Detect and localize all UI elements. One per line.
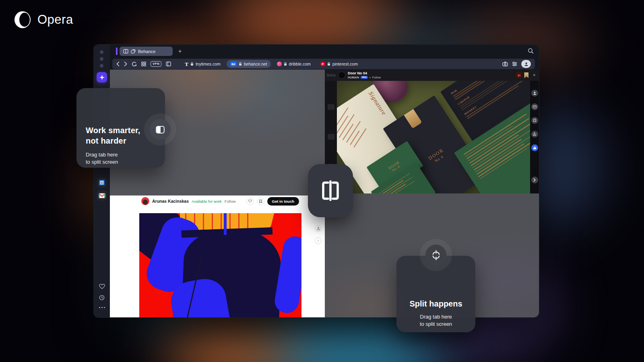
share-project-button[interactable]: [531, 131, 538, 138]
tab-behance[interactable]: Behance: [120, 47, 173, 56]
camera-icon: [502, 62, 508, 66]
workspace-dot-icon[interactable]: [100, 57, 103, 61]
project-hero-image[interactable]: Signature RUM LIQUEUR WHISKEY DOOR No 4: [337, 81, 530, 193]
share-up-icon: [533, 132, 536, 136]
reload-button[interactable]: [132, 62, 137, 67]
history-button[interactable]: [94, 295, 110, 300]
separator-dot: •: [369, 76, 371, 79]
sparkle-icon: [99, 75, 105, 80]
opera-o-icon: [13, 10, 32, 29]
tab-strip: Behance +: [110, 45, 539, 58]
easy-setup-button[interactable]: [512, 62, 517, 66]
split-screen-tab-icon: [123, 49, 128, 53]
split-quad-badge[interactable]: [425, 245, 446, 265]
search-button[interactable]: [528, 48, 534, 56]
nyt-favicon: T: [185, 62, 188, 67]
site-label: dribble.com: [289, 62, 311, 66]
profile-avatar[interactable]: [141, 197, 149, 205]
behance-favicon: Bē: [230, 62, 237, 66]
lock-icon: [284, 62, 287, 66]
message-button[interactable]: [531, 103, 538, 110]
tooltip-split-happens: Split happens Drag tab here to split scr…: [396, 256, 475, 332]
project-follow-link[interactable]: Follow: [372, 76, 381, 79]
person-icon: [524, 62, 528, 66]
more-dots-icon: [99, 307, 105, 308]
tooltip-body-line: to split screen: [396, 321, 475, 328]
gmail-button[interactable]: [97, 190, 107, 201]
grid-icon: [141, 62, 146, 66]
clock-icon: [99, 295, 105, 300]
marketing-canvas: Opera 31: [0, 0, 644, 362]
reload-icon: [132, 62, 137, 67]
google-calendar-button[interactable]: 31: [97, 177, 107, 188]
behance-profile-page: Arunas Kacinskas Available for work Foll…: [110, 195, 325, 317]
illustrator-tool-badge[interactable]: Ai: [516, 72, 522, 78]
tooltip-body-line: Drag tab here: [396, 313, 475, 321]
profile-button[interactable]: [521, 60, 531, 68]
popup-window-icon: [131, 49, 136, 53]
next-project-button[interactable]: [531, 177, 538, 183]
behance-logo-clipped: Behance: [327, 73, 336, 77]
speed-dial-button[interactable]: [141, 62, 146, 66]
back-button[interactable]: [116, 62, 120, 66]
save-button[interactable]: [257, 197, 264, 205]
gmail-icon: [99, 193, 105, 198]
svg-text:31: 31: [100, 181, 103, 184]
split-left-badge[interactable]: [150, 119, 171, 140]
tooltip-work-smarter: Work smarter, not harder Drag tab here t…: [76, 88, 165, 168]
bookmark-icon: [533, 119, 536, 122]
site-pill-pinterest[interactable]: P pinterest.com: [317, 60, 361, 68]
project-owner-avatar[interactable]: [338, 72, 345, 79]
aria-ai-button[interactable]: [97, 72, 107, 82]
lock-icon: [327, 62, 330, 66]
follow-link[interactable]: Follow: [225, 199, 235, 204]
site-label: tnytimes.com: [196, 62, 221, 66]
panel-icon: [166, 62, 171, 66]
lock-icon: [239, 62, 242, 66]
forward-button[interactable]: [124, 62, 127, 66]
project-title: Door No 04: [348, 72, 381, 75]
artwork-image[interactable]: [139, 213, 301, 317]
share-button[interactable]: [315, 225, 322, 232]
split-screen-drop-badge[interactable]: [308, 164, 353, 217]
split-half-icon: [156, 126, 165, 134]
tooltip-title: Split happens: [396, 299, 475, 309]
get-in-touch-button[interactable]: Get in touch: [267, 197, 299, 206]
project-owner[interactable]: HUMAN: [348, 76, 359, 79]
site-pill-tnytimes[interactable]: T tnytimes.com: [181, 60, 224, 68]
profile-name: Arunas Kacinskas: [152, 199, 189, 204]
workspace-dot-icon[interactable]: [100, 50, 103, 54]
toolbar-right-cluster: [502, 60, 531, 68]
appreciate-button[interactable]: [531, 144, 538, 151]
save-project-button[interactable]: [531, 117, 538, 124]
follow-owner-button[interactable]: [531, 90, 538, 97]
new-tab-button[interactable]: +: [176, 47, 184, 55]
close-pane-button[interactable]: ✕: [533, 73, 536, 77]
bookmark-ribbon-icon[interactable]: [524, 72, 528, 78]
workspace-dot-icon[interactable]: [100, 64, 103, 68]
appreciate-button[interactable]: [246, 197, 254, 205]
snapshot-button[interactable]: [502, 62, 508, 66]
sidebar-more-button[interactable]: [94, 307, 110, 308]
site-pill-dribble[interactable]: dribble.com: [273, 60, 314, 68]
gold-clip: [401, 105, 422, 129]
split-quad-icon: [431, 250, 442, 261]
reading-list-button[interactable]: [166, 62, 171, 66]
tooltip-body-line: to split screen: [86, 158, 165, 166]
vpn-badge[interactable]: VPN: [151, 61, 161, 67]
heart-icon: [99, 284, 105, 289]
sliders-icon: [512, 62, 517, 66]
opera-logo: Opera: [13, 10, 73, 29]
artwork-side-actions: i: [315, 225, 322, 244]
address-toolbar: VPN T tnytimes.com Bē: [112, 59, 535, 69]
likes-button[interactable]: [94, 284, 110, 289]
person-icon: [533, 91, 537, 95]
opera-wordmark: Opera: [37, 12, 73, 27]
search-icon: [528, 48, 534, 54]
active-tab-accent: [116, 47, 118, 55]
project-header: Behance Door No 04 HUMAN PRO • Follow Ai: [325, 70, 539, 81]
info-button[interactable]: i: [315, 237, 322, 244]
pinned-sites: T tnytimes.com Bē behance.net: [181, 60, 361, 68]
site-pill-behance[interactable]: Bē behance.net: [227, 60, 271, 68]
tab-title: Behance: [138, 49, 155, 54]
